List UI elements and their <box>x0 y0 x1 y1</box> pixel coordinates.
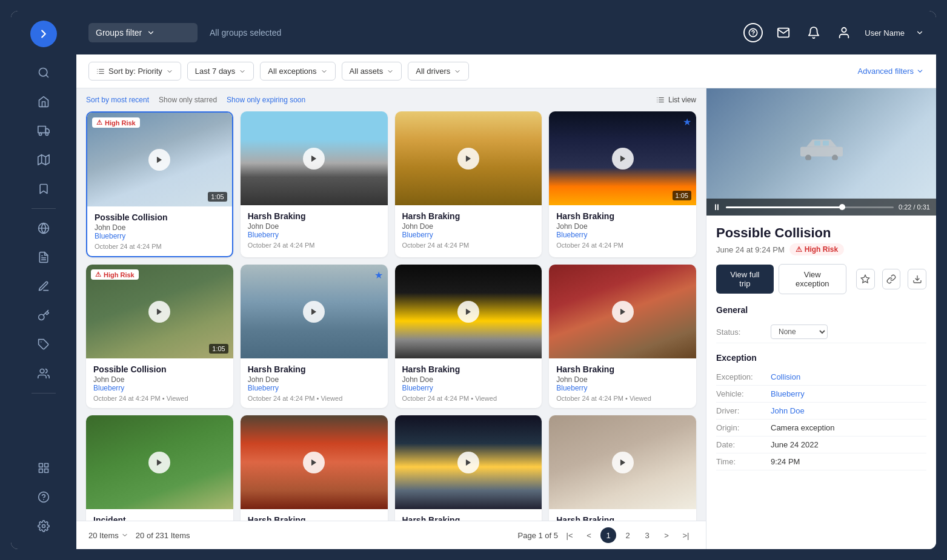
view-full-trip-button[interactable]: View full trip <box>716 265 774 294</box>
star-action-btn[interactable] <box>856 269 875 289</box>
play-button[interactable] <box>148 452 170 473</box>
driver-row: Driver: John Doe <box>716 403 926 420</box>
list-view-button[interactable]: List view <box>656 96 696 104</box>
card-9[interactable]: Incident John Doe Blueberry October 24 a… <box>86 415 233 521</box>
svg-marker-44 <box>620 308 625 315</box>
user-chevron-icon <box>915 28 924 37</box>
sidebar-item-truck[interactable] <box>30 117 57 144</box>
play-button[interactable] <box>303 301 325 323</box>
card-6[interactable]: ★ Harsh Braking John Doe Blueberry Octob… <box>241 265 388 408</box>
show-expiring-link[interactable]: Show only expiring soon <box>227 96 305 104</box>
sort-filter[interactable]: Sort by: Priority <box>88 62 181 81</box>
play-button[interactable] <box>457 148 479 170</box>
card-driver: John Doe <box>248 375 380 384</box>
card-3[interactable]: Harsh Braking John Doe Blueberry October… <box>395 111 542 257</box>
card-1[interactable]: ⚠High Risk 1:05 Possible Collision John … <box>86 111 233 257</box>
sidebar-item-key[interactable] <box>30 302 57 329</box>
card-vehicle: Blueberry <box>93 384 226 392</box>
page-1-btn[interactable]: 1 <box>600 527 616 543</box>
date-filter[interactable]: Last 7 days <box>187 62 254 81</box>
sidebar-item-tag[interactable] <box>30 331 57 358</box>
first-page-btn[interactable]: |< <box>562 527 577 543</box>
card-driver: John Doe <box>95 223 225 232</box>
last-page-btn[interactable]: >| <box>678 527 694 543</box>
play-button[interactable] <box>148 149 170 171</box>
video-progress-bar[interactable] <box>726 206 894 208</box>
card-11[interactable]: Harsh Braking John Doe Blueberry October… <box>395 415 542 521</box>
card-title: Harsh Braking <box>248 211 380 221</box>
card-5[interactable]: ⚠High Risk 1:05 Possible Collision John … <box>86 265 233 408</box>
page-3-btn[interactable]: 3 <box>639 527 655 543</box>
sidebar-item-globe[interactable] <box>30 215 57 242</box>
card-date: October 24 at 4:24 PM <box>248 242 380 249</box>
play-button[interactable] <box>303 452 325 473</box>
link-action-btn[interactable] <box>882 269 901 289</box>
svg-rect-52 <box>814 141 820 146</box>
card-7[interactable]: Harsh Braking John Doe Blueberry October… <box>395 265 542 408</box>
sidebar-item-people[interactable] <box>30 360 57 387</box>
advanced-filters-button[interactable]: Advanced filters <box>858 67 925 76</box>
drivers-filter[interactable]: All drivers <box>408 62 469 81</box>
card-title: Harsh Braking <box>248 515 380 521</box>
status-select[interactable]: None Reviewed Escalated Dismissed <box>771 324 828 339</box>
driver-label: Driver: <box>716 406 771 415</box>
sidebar-item-bookmark[interactable] <box>30 176 57 202</box>
exceptions-filter[interactable]: All exceptions <box>260 62 335 81</box>
card-8[interactable]: Harsh Braking John Doe Blueberry October… <box>549 265 696 408</box>
items-count[interactable]: 20 Items <box>88 531 128 540</box>
view-exception-button[interactable]: View exception <box>779 264 846 294</box>
next-page-btn[interactable]: > <box>659 527 674 543</box>
sidebar-item-help[interactable] <box>30 484 57 510</box>
vehicle-value[interactable]: Blueberry <box>771 389 805 398</box>
page-2-btn[interactable]: 2 <box>620 527 636 543</box>
help-icon[interactable] <box>743 23 763 42</box>
card-4[interactable]: 1:05 ★ Harsh Braking John Doe Blueberry … <box>549 111 696 257</box>
messages-icon[interactable] <box>774 23 793 42</box>
download-action-btn[interactable] <box>908 269 926 289</box>
date-row: Date: June 24 2022 <box>716 436 926 453</box>
play-button[interactable] <box>612 148 634 170</box>
driver-value[interactable]: John Doe <box>771 406 805 415</box>
sidebar-item-home[interactable] <box>30 88 57 115</box>
play-button[interactable] <box>612 452 634 473</box>
svg-marker-41 <box>157 308 162 315</box>
sidebar-item-map[interactable] <box>30 147 57 173</box>
sort-icon <box>96 67 105 76</box>
filterbar: Sort by: Priority Last 7 days All except… <box>76 54 936 88</box>
play-button[interactable] <box>612 301 634 323</box>
card-2[interactable]: Harsh Braking John Doe Blueberry October… <box>241 111 388 257</box>
play-button[interactable] <box>303 148 325 170</box>
card-driver: John Doe <box>402 375 535 384</box>
date-detail-label: Date: <box>716 440 771 449</box>
play-button[interactable] <box>457 452 479 473</box>
card-10[interactable]: Harsh Braking John Doe Blueberry October… <box>241 415 388 521</box>
play-button[interactable] <box>457 301 479 323</box>
sidebar-item-search[interactable] <box>30 59 57 86</box>
date-range-label: Last 7 days <box>195 67 236 76</box>
notifications-icon[interactable] <box>804 23 823 42</box>
detail-content: Possible Collision June 24 at 9:24 PM ⚠ … <box>706 216 936 480</box>
list-view-icon <box>656 96 665 104</box>
sidebar-logo[interactable] <box>30 21 57 47</box>
show-starred-link[interactable]: Show only starred <box>159 96 217 104</box>
username-text[interactable]: User Name <box>865 28 905 38</box>
sidebar-item-clipboard[interactable] <box>30 244 57 271</box>
svg-marker-43 <box>466 308 471 315</box>
assets-filter[interactable]: All assets <box>342 62 402 81</box>
sidebar-item-edit[interactable] <box>30 273 57 300</box>
sidebar-divider-2 <box>32 393 56 394</box>
svg-rect-15 <box>39 464 43 467</box>
topbar-actions: User Name <box>743 23 924 42</box>
exception-value[interactable]: Collision <box>771 372 800 381</box>
svg-marker-48 <box>620 459 625 466</box>
sort-recent-link[interactable]: Sort by most recent <box>86 96 149 104</box>
topbar: Groups filter All groups selected <box>76 11 936 54</box>
video-pause-btn[interactable]: ⏸ <box>713 202 721 212</box>
card-12[interactable]: Harsh Braking John Doe Blueberry October… <box>549 415 696 521</box>
user-avatar[interactable] <box>834 23 854 42</box>
groups-filter-dropdown[interactable]: Groups filter <box>88 23 198 42</box>
sidebar-item-settings[interactable] <box>30 513 57 539</box>
prev-page-btn[interactable]: < <box>581 527 597 543</box>
play-button[interactable] <box>148 301 170 323</box>
sidebar-item-grid[interactable] <box>30 455 57 481</box>
